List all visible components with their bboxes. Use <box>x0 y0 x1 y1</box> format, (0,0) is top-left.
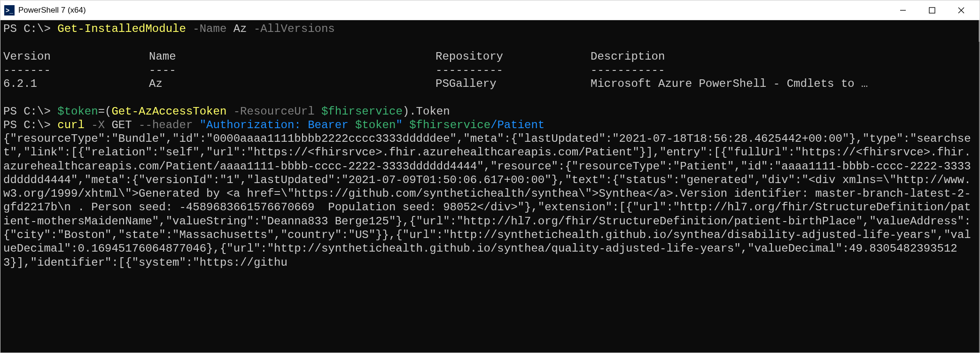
curl-get: GET <box>111 119 132 131</box>
prompt: PS C:\> <box>3 23 51 35</box>
arg-az: Az <box>233 23 247 35</box>
minimize-button[interactable] <box>888 0 918 20</box>
cmdlet: Get-InstalledModule <box>57 23 186 35</box>
fhirservice-var: $fhirservice <box>409 119 490 131</box>
table-row: 6.2.1AzPSGalleryMicrosoft Azure PowerShe… <box>3 77 976 91</box>
paren-eq: =( <box>98 105 112 118</box>
tail-token: ).Token <box>403 105 450 118</box>
dash: ---------- <box>436 63 591 77</box>
svg-rect-1 <box>929 8 935 13</box>
vertical-scrollbar[interactable] <box>979 20 980 353</box>
scrollbar-thumb[interactable] <box>979 20 980 42</box>
token-var: $token <box>355 119 396 131</box>
path-patient: /Patient <box>490 119 544 131</box>
col-repo-header: Repository <box>436 50 591 63</box>
window-title: PowerShell 7 (x64) <box>18 6 888 15</box>
param-resourceurl: -ResourceUrl <box>233 105 315 118</box>
col-name-header: Name <box>149 50 436 63</box>
var-fhirservice: $fhirservice <box>321 105 403 118</box>
curl-header: --header <box>139 119 193 131</box>
dash: ---- <box>149 63 436 77</box>
close-button[interactable] <box>947 0 976 20</box>
dash: ----------- <box>591 63 665 77</box>
table-dash-row: -------------------------------- <box>3 63 976 77</box>
col-desc-header: Description <box>591 50 665 63</box>
cell-name: Az <box>149 77 436 91</box>
curl-cmd: curl <box>57 119 85 131</box>
terminal[interactable]: PS C:\> Get-InstalledModule -Name Az -Al… <box>0 20 979 353</box>
terminal-area: PS C:\> Get-InstalledModule -Name Az -Al… <box>0 20 980 353</box>
powershell-window: >_ PowerShell 7 (x64) PS C:\> Get-Instal… <box>0 0 980 353</box>
auth-str-open: "Authorization: Bearer <box>200 119 355 131</box>
auth-str-close: " <box>396 119 402 131</box>
prompt: PS C:\> <box>3 105 51 118</box>
dash: ------- <box>3 63 149 77</box>
var-token: $token <box>57 105 98 118</box>
param-name: -Name <box>193 23 226 35</box>
powershell-icon: >_ <box>4 5 15 15</box>
cmdlet: Get-AzAccessToken <box>111 105 226 118</box>
cell-version: 6.2.1 <box>3 77 149 91</box>
titlebar[interactable]: >_ PowerShell 7 (x64) <box>0 0 980 20</box>
prompt: PS C:\> <box>3 119 51 131</box>
json-output: {"resourceType":"Bundle","id":"0000aaaa1… <box>3 132 971 269</box>
curl-x: -X <box>91 119 105 131</box>
param-allversions: -AllVersions <box>254 23 335 35</box>
table-header-row: VersionNameRepositoryDescription <box>3 50 976 63</box>
col-version-header: Version <box>3 50 149 63</box>
cell-repo: PSGallery <box>436 77 591 91</box>
cell-desc: Microsoft Azure PowerShell - Cmdlets to … <box>591 77 868 91</box>
maximize-button[interactable] <box>918 0 947 20</box>
